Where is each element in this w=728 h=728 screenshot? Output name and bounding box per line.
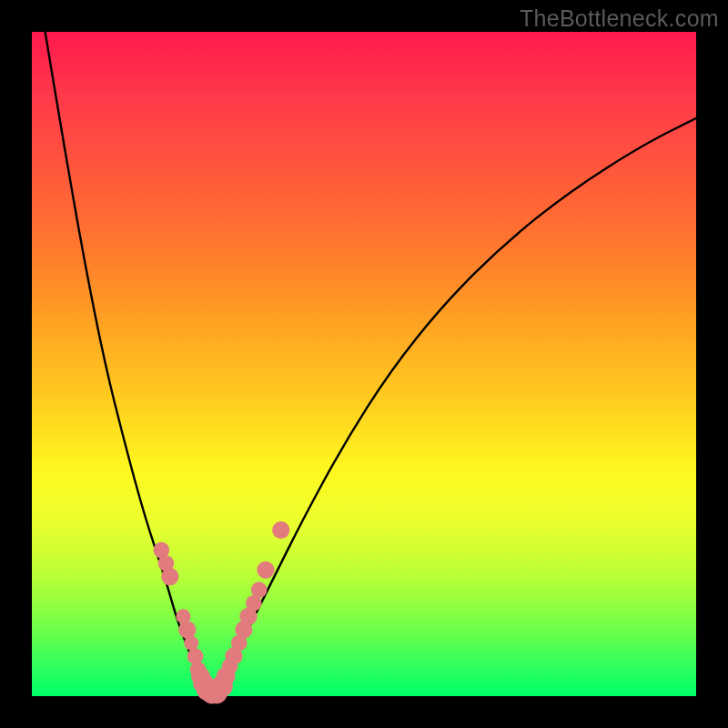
data-marker (272, 521, 289, 539)
marker-group (154, 521, 290, 704)
data-marker (184, 636, 198, 651)
data-marker (251, 581, 268, 598)
data-marker (178, 621, 196, 638)
curve-svg (32, 32, 696, 696)
data-marker (257, 561, 274, 579)
curve-right-branch (211, 118, 696, 696)
data-marker (161, 568, 178, 585)
frame: TheBottleneck.com (0, 0, 728, 728)
data-marker (187, 648, 204, 664)
watermark-text: TheBottleneck.com (520, 5, 719, 32)
plot-area (32, 32, 696, 696)
curve-left-branch (46, 32, 212, 696)
